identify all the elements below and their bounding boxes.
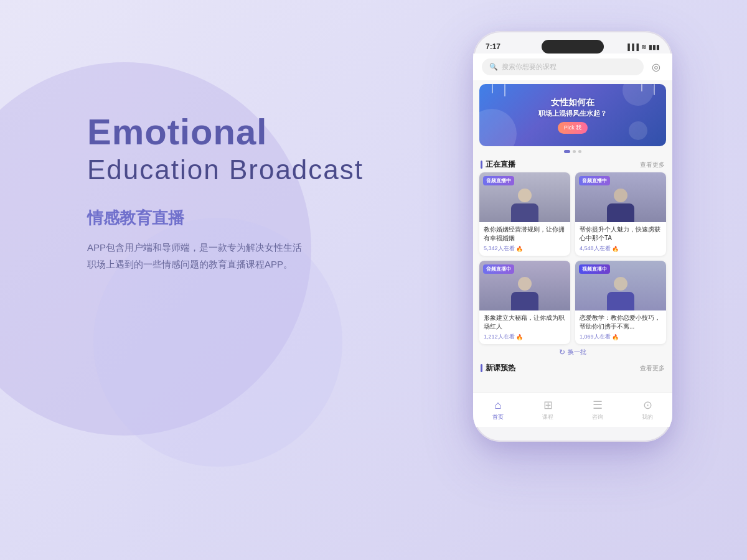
section-bar [481, 161, 482, 169]
live-card-2[interactable]: 音频直播中 帮你提升个人魅力，快速虏获心中那个TA 4,548人在看 🔥 [575, 172, 666, 256]
message-icon[interactable]: ◎ [649, 60, 664, 75]
banner-content: 女性如何在 职场上混得风生水起？ Pick 我 [538, 96, 607, 134]
status-icons: ▐▐▐ ≋ ▮▮▮ [626, 44, 660, 50]
live-card-4-viewers: 1,069人在看 🔥 [580, 333, 662, 341]
refresh-label: 换一批 [568, 348, 586, 357]
new-courses-see-more[interactable]: 查看更多 [640, 364, 665, 373]
nav-courses[interactable]: ⊞ 课程 [542, 398, 553, 421]
live-grid: 音频直播中 教你婚姻经营潜规则，让你拥有幸福婚姻 5,342人在看 🔥 [473, 172, 672, 344]
banner-button[interactable]: Pick 我 [558, 122, 588, 134]
live-badge-1: 音频直播中 [483, 176, 514, 185]
title-emotional: Emotional [87, 112, 386, 152]
person-3 [511, 277, 538, 310]
fire-icon-1: 🔥 [516, 246, 523, 252]
live-card-2-viewers: 4,548人在看 🔥 [580, 245, 662, 253]
nav-consult[interactable]: ☰ 咨询 [592, 398, 603, 421]
new-courses-title: 新课预热 [481, 363, 515, 373]
search-placeholder: 搜索你想要的课程 [502, 62, 557, 72]
live-card-1-viewers: 5,342人在看 🔥 [484, 245, 566, 253]
live-title-text: 正在直播 [486, 159, 515, 170]
desc-line-1: APP包含用户端和导师端，是一款专为解决女性生活 [87, 239, 386, 256]
courses-icon: ⊞ [543, 398, 553, 412]
person-1 [511, 189, 538, 222]
live-card-1[interactable]: 音频直播中 教你婚姻经营潜规则，让你拥有幸福婚姻 5,342人在看 🔥 [479, 172, 570, 256]
live-card-4-title: 恋爱教学：教你恋爱小技巧，帮助你们携手不离... [580, 314, 662, 331]
phone-screen: 🔍 搜索你想要的课程 ◎ 女性如何在 职场上混得风 [473, 54, 672, 427]
nav-profile-label: 我的 [642, 413, 653, 421]
fire-icon-2: 🔥 [612, 246, 619, 252]
live-badge-3: 音频直播中 [483, 264, 514, 274]
search-bar[interactable]: 🔍 搜索你想要的课程 ◎ [473, 54, 672, 80]
live-card-2-info: 帮你提升个人魅力，快速虏获心中那个TA 4,548人在看 🔥 [575, 222, 666, 256]
battery-icon: ▮▮▮ [649, 44, 660, 50]
bottom-nav: ⌂ 首页 ⊞ 课程 ☰ 咨询 ⊙ 我的 [473, 392, 672, 427]
live-see-more[interactable]: 查看更多 [640, 161, 665, 169]
refresh-row[interactable]: ↻ 换一批 [473, 344, 672, 360]
nav-courses-label: 课程 [542, 413, 553, 421]
dot-2[interactable] [573, 150, 576, 153]
refresh-icon: ↻ [559, 348, 565, 357]
live-card-1-info: 教你婚姻经营潜规则，让你拥有幸福婚姻 5,342人在看 🔥 [479, 222, 570, 256]
nav-profile[interactable]: ⊙ 我的 [642, 398, 653, 421]
live-section-header: 正在直播 查看更多 [473, 156, 672, 172]
nav-home[interactable]: ⌂ 首页 [492, 399, 504, 421]
live-card-4[interactable]: 视频直播中 恋爱教学：教你恋爱小技巧，帮助你们携手不离... 1,069人在看 … [575, 261, 666, 344]
status-time: 7:17 [486, 42, 500, 51]
live-card-3[interactable]: 音频直播中 形象建立大秘藉，让你成为职场红人 1,212人在看 🔥 [479, 261, 570, 344]
wifi-icon: ≋ [641, 44, 646, 50]
home-icon: ⌂ [495, 399, 502, 412]
banner-dots [473, 150, 672, 153]
consult-icon: ☰ [593, 398, 603, 412]
live-card-3-thumb: 音频直播中 [479, 261, 570, 310]
live-card-2-thumb: 音频直播中 [575, 172, 666, 222]
phone-notch [542, 40, 604, 54]
fire-icon-3: 🔥 [516, 334, 523, 340]
live-card-3-title: 形象建立大秘藉，让你成为职场红人 [484, 314, 566, 331]
chinese-title: 情感教育直播 [87, 207, 386, 229]
profile-icon: ⊙ [643, 398, 652, 412]
left-panel: Emotional Education Broadcast 情感教育直播 APP… [87, 112, 386, 273]
live-card-1-title: 教你婚姻经营潜规则，让你拥有幸福婚姻 [484, 225, 566, 243]
live-badge-4: 视频直播中 [579, 264, 610, 274]
search-input-area[interactable]: 🔍 搜索你想要的课程 [482, 58, 644, 75]
fire-icon-4: 🔥 [612, 334, 619, 340]
signal-icon: ▐▐▐ [626, 44, 639, 50]
nav-home-label: 首页 [492, 413, 504, 421]
person-2 [607, 189, 634, 222]
title-sub: Education Broadcast [87, 152, 386, 187]
live-badge-2: 音频直播中 [579, 176, 610, 185]
banner[interactable]: 女性如何在 职场上混得风生水起？ Pick 我 [479, 84, 666, 146]
live-card-4-thumb: 视频直播中 [575, 261, 666, 310]
live-card-3-viewers: 1,212人在看 🔥 [484, 333, 566, 341]
dot-3[interactable] [578, 150, 581, 153]
desc-line-2: 职场上遇到的一些情感问题的教育直播课程APP。 [87, 256, 386, 273]
phone-shell: 7:17 ▐▐▐ ≋ ▮▮▮ 🔍 搜索你想要的课程 ◎ [473, 31, 672, 442]
nav-consult-label: 咨询 [592, 413, 603, 421]
phone-wrapper: 7:17 ▐▐▐ ≋ ▮▮▮ 🔍 搜索你想要的课程 ◎ [473, 31, 672, 442]
new-courses-header: 新课预热 查看更多 [473, 360, 672, 375]
live-section-title: 正在直播 [481, 159, 515, 170]
live-card-1-thumb: 音频直播中 [479, 172, 570, 222]
person-4 [607, 277, 634, 310]
search-icon: 🔍 [489, 63, 498, 71]
dot-1[interactable] [564, 150, 570, 153]
live-card-2-title: 帮你提升个人魅力，快速虏获心中那个TA [580, 225, 662, 243]
banner-text-main: 女性如何在 职场上混得风生水起？ [538, 96, 607, 118]
live-card-3-info: 形象建立大秘藉，让你成为职场红人 1,212人在看 🔥 [479, 310, 570, 344]
live-card-4-info: 恋爱教学：教你恋爱小技巧，帮助你们携手不离... 1,069人在看 🔥 [575, 310, 666, 344]
new-courses-title-text: 新课预热 [486, 363, 515, 373]
description: APP包含用户端和导师端，是一款专为解决女性生活 职场上遇到的一些情感问题的教育… [87, 239, 386, 273]
section-bar-2 [481, 364, 482, 372]
